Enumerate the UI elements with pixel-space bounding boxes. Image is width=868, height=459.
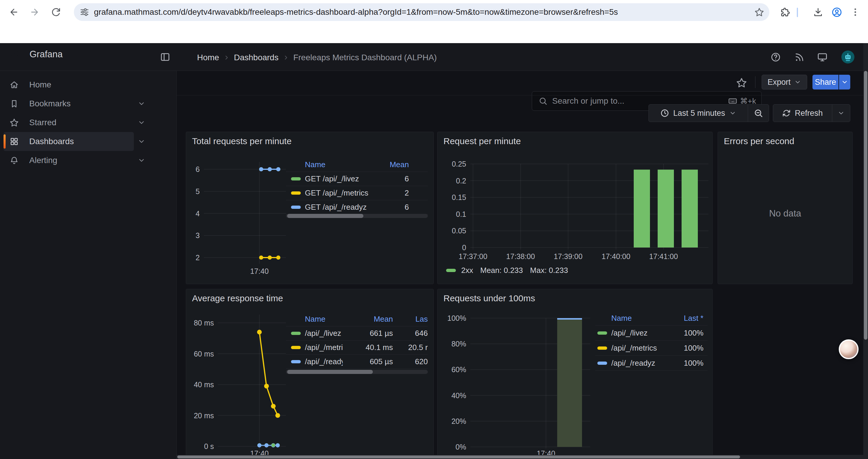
help-icon[interactable]	[771, 52, 781, 62]
sidebar-item-alerting[interactable]: Alerting	[4, 151, 134, 170]
series-name[interactable]: /api/_/metrics	[611, 343, 668, 353]
sidebar: Home Bookmarks Starred Dashboards Alerti…	[0, 71, 177, 459]
legend-col-last[interactable]: Last *	[668, 314, 704, 323]
brand-name[interactable]: Grafana	[30, 49, 63, 60]
chevron-down-icon	[838, 109, 845, 117]
downloads-icon[interactable]	[813, 7, 823, 17]
breadcrumb-dashboards[interactable]: Dashboards	[234, 53, 279, 62]
series-name[interactable]: GET /api/_/metrics	[305, 189, 373, 198]
address-bar[interactable]: grafana.mathmast.com/d/deytv4rwavabkb/fr…	[74, 3, 769, 21]
browser-forward-button[interactable]	[30, 7, 39, 17]
tab-group-indicator	[797, 8, 798, 17]
refresh-interval-dropdown[interactable]	[832, 109, 850, 117]
legend-col-name[interactable]: Name	[291, 160, 373, 169]
series-name[interactable]: 2xx	[461, 266, 473, 275]
sidebar-item-starred[interactable]: Starred	[4, 113, 134, 132]
panel-title[interactable]: Total requests per minute	[192, 136, 291, 146]
sidebar-toggle-icon[interactable]	[160, 52, 170, 62]
sidebar-item-dashboards[interactable]: Dashboards	[4, 132, 134, 151]
expand-chevron-icon[interactable]	[138, 100, 145, 107]
active-indicator	[4, 134, 6, 149]
sidebar-item-home[interactable]: Home	[4, 75, 134, 94]
panel-title[interactable]: Request per minute	[443, 136, 521, 146]
series-last: 646	[393, 329, 428, 338]
series-mean: 6	[373, 203, 409, 212]
sidebar-item-bookmarks[interactable]: Bookmarks	[4, 94, 134, 113]
profile-avatar[interactable]	[831, 7, 842, 18]
legend-scrollbar-thumb[interactable]	[287, 370, 373, 374]
legend-row[interactable]: /api/_/livez 661 µs 646	[286, 326, 428, 340]
export-label: Export	[768, 78, 790, 87]
browser-reload-button[interactable]	[51, 7, 61, 17]
legend-row[interactable]: GET /api/_/livez 6	[286, 172, 428, 186]
expand-chevron-icon[interactable]	[138, 157, 145, 164]
legend-col-name[interactable]: Name	[597, 314, 668, 323]
browser-back-button[interactable]	[9, 7, 19, 17]
time-range-picker[interactable]: Last 5 minutes	[649, 109, 748, 118]
horizontal-scrollbar-thumb[interactable]	[177, 455, 740, 458]
display-mode-icon[interactable]	[817, 52, 828, 62]
grafana-logo[interactable]	[8, 46, 21, 60]
legend-scrollbar-track[interactable]	[286, 370, 428, 374]
legend-col-name[interactable]: Name	[291, 315, 343, 324]
horizontal-scrollbar-track[interactable]	[177, 455, 863, 459]
url-text[interactable]: grafana.mathmast.com/d/deytv4rwavabkb/fr…	[94, 7, 738, 17]
sidebar-item-label: Starred	[29, 118, 56, 127]
legend-row[interactable]: /api/_/metrics 100%	[595, 340, 708, 355]
series-name[interactable]: /api/_/readyz	[305, 357, 343, 366]
browser-menu-kebab-icon[interactable]	[850, 7, 860, 17]
series-name[interactable]: /api/_/livez	[305, 329, 343, 338]
legend-line-2xx[interactable]: 2xx Mean: 0.233 Max: 0.233	[446, 266, 568, 275]
legend-row[interactable]: GET /api/_/metrics 2	[286, 186, 428, 200]
series-name[interactable]: /api/_/livez	[611, 328, 668, 338]
panel-title[interactable]: Average response time	[192, 293, 283, 303]
series-name[interactable]: /api/_/metrics	[305, 343, 343, 352]
legend-row[interactable]: GET /api/_/readyz 6	[286, 200, 428, 214]
favorite-dashboard-star-icon[interactable]	[736, 77, 747, 88]
sidebar-item-label: Bookmarks	[29, 99, 71, 108]
refresh-button[interactable]: Refresh	[773, 109, 832, 118]
site-settings-icon[interactable]	[80, 7, 89, 17]
series-name[interactable]: GET /api/_/livez	[305, 174, 373, 184]
subheader-divider	[177, 95, 868, 95]
news-rss-icon[interactable]	[794, 52, 804, 62]
grafana-header: Grafana Home Dashboards Freeleaps Metric…	[0, 43, 868, 71]
time-range-label: Last 5 minutes	[673, 109, 725, 118]
zoom-out-button[interactable]	[748, 108, 769, 118]
legend-col-last[interactable]: Las	[393, 315, 428, 324]
series-mean-text: Mean: 0.233	[480, 266, 523, 275]
user-avatar[interactable]	[841, 51, 855, 65]
chevron-right-icon	[283, 54, 289, 61]
expand-chevron-icon[interactable]	[138, 119, 145, 126]
floating-assistant-avatar[interactable]	[839, 339, 859, 359]
vertical-scrollbar-track[interactable]	[863, 43, 868, 459]
extensions-icon[interactable]	[780, 7, 790, 17]
chevron-right-icon	[223, 54, 230, 61]
legend-col-mean[interactable]: Mean	[373, 160, 409, 169]
vertical-scrollbar-thumb[interactable]	[864, 71, 867, 340]
expand-chevron-icon[interactable]	[138, 138, 145, 145]
breadcrumb-home[interactable]: Home	[197, 53, 219, 62]
share-dropdown-button[interactable]	[839, 75, 850, 90]
share-button[interactable]: Share	[812, 75, 838, 90]
legend-header: Name Last *	[595, 311, 708, 325]
refresh-group: Refresh	[773, 104, 850, 122]
legend-scrollbar-thumb[interactable]	[287, 214, 363, 218]
legend-col-mean[interactable]: Mean	[343, 315, 393, 324]
legend-scrollbar-track[interactable]	[286, 214, 428, 218]
share-label: Share	[815, 78, 836, 87]
series-name[interactable]: /api/_/readyz	[611, 359, 668, 368]
panel-title[interactable]: Requests under 100ms	[443, 293, 535, 303]
series-mean: 40.1 ms	[343, 343, 393, 352]
panel-title[interactable]: Errors per second	[724, 136, 794, 146]
series-name[interactable]: GET /api/_/readyz	[305, 203, 373, 212]
legend-row[interactable]: /api/_/livez 100%	[595, 325, 708, 340]
legend-row[interactable]: /api/_/readyz 100%	[595, 355, 708, 370]
bookmark-star-icon[interactable]	[754, 7, 764, 17]
legend-row[interactable]: /api/_/readyz 605 µs 620	[286, 355, 428, 369]
legend-table-under-100ms: Name Last * /api/_/livez 100% /api/_/met…	[595, 311, 708, 371]
series-last: 100%	[668, 328, 704, 338]
export-button[interactable]: Export	[762, 75, 807, 90]
series-last: 100%	[668, 359, 704, 368]
legend-row[interactable]: /api/_/metrics 40.1 ms 20.5 r	[286, 340, 428, 355]
